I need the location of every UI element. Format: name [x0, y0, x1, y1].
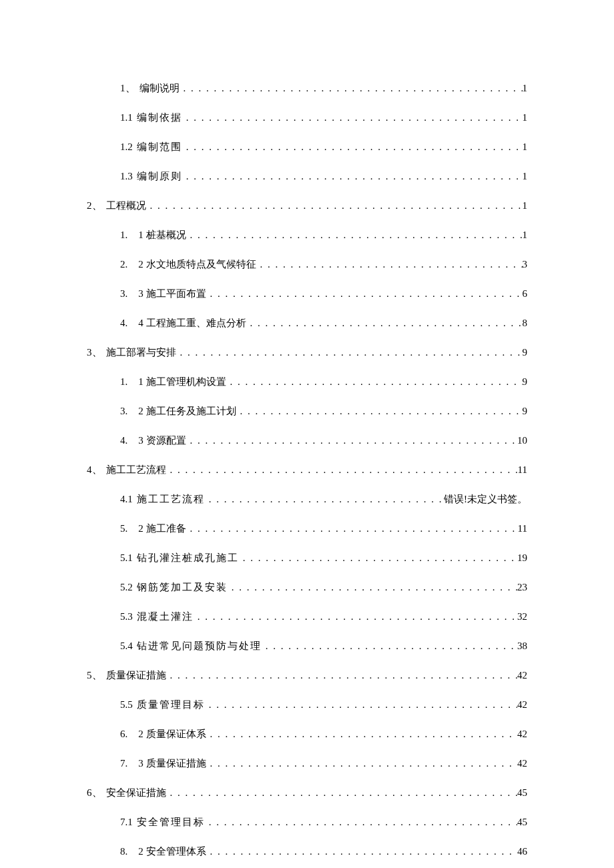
- toc-title: 施工工艺流程: [133, 491, 208, 507]
- toc-leader-dots: . . . . . . . . . . . . . . . . . . . . …: [185, 139, 523, 155]
- toc-entry: 4、施工工艺流程. . . . . . . . . . . . . . . . …: [87, 462, 527, 478]
- toc-leader-dots: . . . . . . . . . . . . . . . . . . . . …: [169, 785, 518, 801]
- toc-number: 4.1: [120, 491, 133, 507]
- toc-page-number: 45: [517, 785, 527, 801]
- toc-title: 4 工程施工重、难点分析: [134, 315, 248, 331]
- toc-number: 4、: [87, 462, 102, 478]
- toc-entry: 1.1编制依据. . . . . . . . . . . . . . . . .…: [120, 109, 527, 125]
- toc-leader-dots: . . . . . . . . . . . . . . . . . . . . …: [208, 491, 444, 507]
- toc-page-number: 10: [517, 432, 527, 448]
- toc-title: 安全保证措施: [102, 785, 169, 801]
- toc-page-number: 23: [517, 579, 527, 595]
- toc-entry: 5.2钢筋笼加工及安装. . . . . . . . . . . . . . .…: [120, 579, 527, 595]
- toc-page-number: 38: [517, 638, 527, 654]
- toc-leader-dots: . . . . . . . . . . . . . . . . . . . . …: [185, 168, 523, 184]
- toc-entry: 5.2 施工准备. . . . . . . . . . . . . . . . …: [120, 520, 527, 536]
- toc-page-number: 9: [523, 344, 528, 360]
- toc-page-number: 19: [517, 550, 527, 566]
- toc-number: 4.: [120, 432, 134, 448]
- toc-page-number: 1: [523, 197, 528, 213]
- toc-number: 5.4: [120, 638, 133, 654]
- toc-leader-dots: . . . . . . . . . . . . . . . . . . . . …: [189, 227, 523, 243]
- toc-leader-dots: . . . . . . . . . . . . . . . . . . . . …: [209, 726, 518, 742]
- toc-entry: 5.5质量管理目标. . . . . . . . . . . . . . . .…: [120, 697, 527, 713]
- toc-title: 质量管理目标: [133, 697, 208, 713]
- toc-number: 7.1: [120, 814, 133, 830]
- toc-number: 5.2: [120, 579, 133, 595]
- toc-page-number: 1: [523, 80, 528, 96]
- toc-leader-dots: . . . . . . . . . . . . . . . . . . . . …: [259, 256, 523, 272]
- toc-leader-dots: . . . . . . . . . . . . . . . . . . . . …: [208, 814, 517, 830]
- toc-title: 3 质量保证措施: [134, 755, 208, 771]
- toc-number: 3、: [87, 344, 102, 360]
- toc-page-number: 9: [523, 403, 528, 419]
- toc-leader-dots: . . . . . . . . . . . . . . . . . . . . …: [185, 109, 523, 125]
- toc-title: 2 质量保证体系: [134, 726, 208, 742]
- toc-title: 编制依据: [133, 109, 185, 125]
- toc-title: 质量保证措施: [102, 667, 169, 683]
- toc-leader-dots: . . . . . . . . . . . . . . . . . . . . …: [189, 432, 518, 448]
- toc-title: 施工部署与安排: [102, 344, 179, 360]
- toc-title: 施工工艺流程: [102, 462, 169, 478]
- toc-leader-dots: . . . . . . . . . . . . . . . . . . . . …: [209, 755, 518, 771]
- toc-page-number: 1: [523, 168, 528, 184]
- toc-leader-dots: . . . . . . . . . . . . . . . . . . . . …: [169, 667, 518, 683]
- toc-page-number: 1: [523, 109, 528, 125]
- toc-page-number: 9: [523, 374, 528, 390]
- toc-page-number: 1: [523, 139, 528, 155]
- toc-title: 编制原则: [133, 168, 185, 184]
- toc-title: 3 资源配置: [134, 432, 188, 448]
- toc-entry: 4.1施工工艺流程. . . . . . . . . . . . . . . .…: [120, 491, 527, 507]
- toc-leader-dots: . . . . . . . . . . . . . . . . . . . . …: [229, 374, 523, 390]
- toc-number: 1.: [120, 374, 134, 390]
- toc-entry: 4.3 资源配置. . . . . . . . . . . . . . . . …: [120, 432, 527, 448]
- toc-entry: 3、施工部署与安排. . . . . . . . . . . . . . . .…: [87, 344, 527, 360]
- toc-page-number: 11: [518, 520, 527, 536]
- toc-page-number: 42: [517, 755, 527, 771]
- toc-page: 1、编制说明. . . . . . . . . . . . . . . . . …: [0, 0, 614, 868]
- toc-entry: 5、质量保证措施. . . . . . . . . . . . . . . . …: [87, 667, 527, 683]
- toc-entry: 2.2 水文地质特点及气候特征. . . . . . . . . . . . .…: [120, 256, 527, 272]
- toc-entry: 8.2 安全管理体系. . . . . . . . . . . . . . . …: [120, 843, 527, 859]
- toc-entry: 1.2编制范围. . . . . . . . . . . . . . . . .…: [120, 139, 527, 155]
- toc-title: 1 施工管理机构设置: [134, 374, 228, 390]
- toc-page-number: 错误!未定义书签。: [444, 491, 527, 507]
- toc-title: 编制说明: [135, 80, 182, 96]
- toc-number: 5.3: [120, 608, 133, 624]
- toc-title: 2 施工准备: [134, 520, 188, 536]
- toc-number: 7.: [120, 755, 134, 771]
- toc-leader-dots: . . . . . . . . . . . . . . . . . . . . …: [208, 697, 517, 713]
- toc-entry: 1.1 施工管理机构设置. . . . . . . . . . . . . . …: [120, 374, 527, 390]
- toc-leader-dots: . . . . . . . . . . . . . . . . . . . . …: [189, 520, 518, 536]
- toc-leader-dots: . . . . . . . . . . . . . . . . . . . . …: [169, 462, 518, 478]
- toc-page-number: 46: [517, 843, 527, 859]
- toc-leader-dots: . . . . . . . . . . . . . . . . . . . . …: [242, 550, 517, 566]
- toc-title: 钻进常见问题预防与处理: [133, 638, 264, 654]
- toc-entry: 1、编制说明. . . . . . . . . . . . . . . . . …: [120, 80, 527, 96]
- toc-page-number: 45: [517, 814, 527, 830]
- toc-page-number: 3: [523, 256, 528, 272]
- toc-entry: 6.2 质量保证体系. . . . . . . . . . . . . . . …: [120, 726, 527, 742]
- toc-title: 钻孔灌注桩成孔施工: [133, 550, 242, 566]
- toc-entry: 5.1钻孔灌注桩成孔施工. . . . . . . . . . . . . . …: [120, 550, 527, 566]
- toc-number: 1.3: [120, 168, 133, 184]
- toc-number: 5.5: [120, 697, 133, 713]
- toc-page-number: 42: [517, 697, 527, 713]
- toc-number: 1.1: [120, 109, 133, 125]
- toc-title: 编制范围: [133, 139, 185, 155]
- toc-number: 6.: [120, 726, 134, 742]
- toc-number: 1、: [120, 80, 135, 96]
- toc-leader-dots: . . . . . . . . . . . . . . . . . . . . …: [209, 286, 523, 302]
- toc-number: 5.: [120, 520, 134, 536]
- toc-number: 5.1: [120, 550, 133, 566]
- toc-number: 8.: [120, 843, 134, 859]
- toc-entry: 7.1安全管理目标. . . . . . . . . . . . . . . .…: [120, 814, 527, 830]
- toc-entry: 7.3 质量保证措施. . . . . . . . . . . . . . . …: [120, 755, 527, 771]
- toc-entry: 6、安全保证措施. . . . . . . . . . . . . . . . …: [87, 785, 527, 801]
- toc-title: 2 安全管理体系: [134, 843, 208, 859]
- toc-page-number: 32: [517, 608, 527, 624]
- toc-number: 3.: [120, 286, 134, 302]
- toc-leader-dots: . . . . . . . . . . . . . . . . . . . . …: [179, 344, 523, 360]
- toc-page-number: 11: [518, 462, 527, 478]
- toc-entry: 3.3 施工平面布置. . . . . . . . . . . . . . . …: [120, 286, 527, 302]
